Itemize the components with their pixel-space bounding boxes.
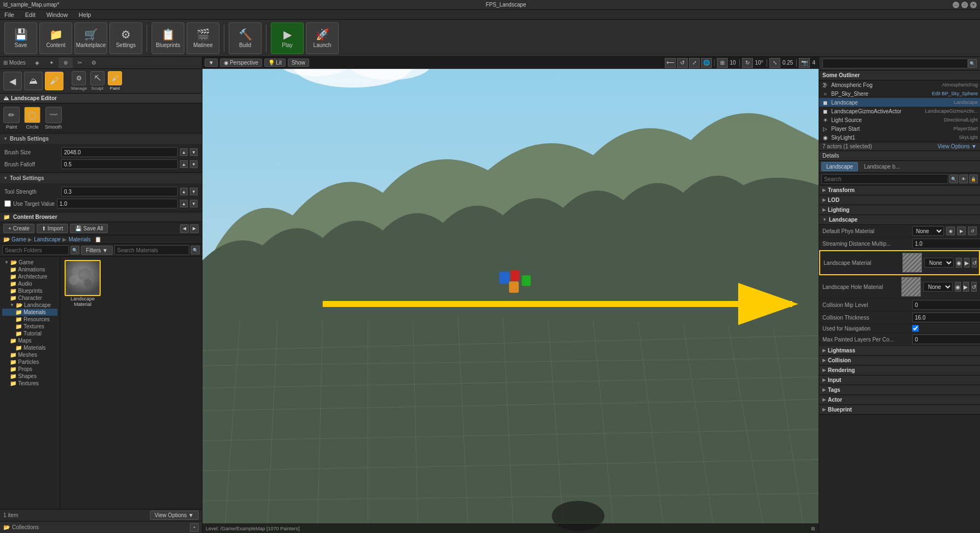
dp-lod-header[interactable]: ▶ LOD bbox=[819, 195, 980, 205]
dp-nav-checkbox[interactable] bbox=[912, 325, 919, 332]
tree-blueprints[interactable]: 📁 Blueprints bbox=[2, 287, 57, 294]
so-row-player-start[interactable]: ▷ Player Start PlayerStart bbox=[819, 124, 980, 133]
dp-default-phys-arrow-btn[interactable]: ▶ bbox=[957, 227, 966, 235]
toolbar-marketplace-btn[interactable]: 🛒 Marketplace bbox=[74, 22, 107, 54]
dp-default-phys-clear-btn[interactable]: ↺ bbox=[968, 227, 977, 235]
close-btn[interactable]: ✕ bbox=[970, 2, 977, 8]
cb-import-btn[interactable]: ⬆ Import bbox=[37, 224, 68, 233]
cb-forward-btn[interactable]: ▶ bbox=[190, 224, 199, 233]
brush-falloff-input[interactable] bbox=[61, 159, 178, 169]
tool-paint-sub[interactable]: 🖌 bbox=[108, 71, 122, 85]
vp-camera-speed-btn[interactable]: 📷 bbox=[799, 58, 810, 68]
brush-size-input[interactable] bbox=[61, 147, 178, 157]
so-row-landscape[interactable]: ◼ Landscape Landscape bbox=[819, 98, 980, 107]
brush-falloff-arrow-down[interactable]: ▼ bbox=[190, 160, 198, 168]
dp-rendering-header[interactable]: ▶ Rendering bbox=[819, 366, 980, 375]
tree-materials2[interactable]: 📁 Materials bbox=[2, 344, 57, 351]
viewport-perspective-btn[interactable]: ◉ Perspective bbox=[220, 59, 262, 67]
dp-landscape-header[interactable]: ▼ Landscape bbox=[819, 215, 980, 225]
tree-audio[interactable]: 📁 Audio bbox=[2, 280, 57, 287]
viewport-show-btn[interactable]: Show bbox=[288, 59, 309, 67]
vp-scale-snap-btn[interactable]: ⤡ bbox=[769, 58, 780, 68]
collections-add-btn[interactable]: + bbox=[190, 523, 199, 532]
target-arrow-up[interactable]: ▲ bbox=[180, 200, 188, 207]
dp-hole-mat-clear-btn[interactable]: ↺ bbox=[971, 282, 977, 292]
cb-saveall-btn[interactable]: 💾 Save All bbox=[70, 224, 108, 233]
cb-back-btn[interactable]: ◀ bbox=[180, 224, 189, 233]
tool-sculpt[interactable]: ⛰ bbox=[24, 72, 43, 90]
cb-search-input[interactable] bbox=[114, 245, 189, 255]
tree-maps[interactable]: 📁 Maps bbox=[2, 337, 57, 344]
maximize-btn[interactable]: □ bbox=[961, 2, 968, 8]
tree-character[interactable]: 📁 Character bbox=[2, 294, 57, 302]
cb-search-folders-input[interactable] bbox=[2, 245, 69, 255]
dp-lightmass-header[interactable]: ▶ Lightmass bbox=[819, 346, 980, 356]
modes-mesh-icon[interactable]: ⚙ bbox=[87, 57, 101, 68]
dp-max-painted-input[interactable] bbox=[912, 334, 980, 344]
tree-materials-selected[interactable]: 📁 Materials bbox=[2, 309, 57, 316]
modes-foliage-icon[interactable]: ✂ bbox=[73, 57, 87, 68]
dp-eye-btn[interactable]: 👁 bbox=[959, 175, 968, 183]
tree-shapes[interactable]: 📁 Shapes bbox=[2, 373, 57, 380]
cb-search-btn[interactable]: 🔍 bbox=[191, 246, 200, 254]
dp-landscape-mat-browse-btn[interactable]: ◉ bbox=[956, 258, 962, 268]
ls-tool-paint[interactable]: ✏ Paint bbox=[3, 107, 20, 130]
tree-textures[interactable]: 📁 Textures bbox=[2, 323, 57, 330]
dp-collision-mip-input[interactable] bbox=[912, 300, 980, 310]
toolbar-play-btn[interactable]: ▶ Play bbox=[271, 22, 304, 54]
so-row-gizmo[interactable]: ◼ LandscapeGizmoActiveActor LandscapeGiz… bbox=[819, 107, 980, 115]
tree-landscape[interactable]: ▼ 📂 Landscape bbox=[2, 302, 57, 309]
dp-landscape-mat-arrow-btn[interactable]: ▶ bbox=[964, 258, 970, 268]
menu-edit[interactable]: Edit bbox=[23, 11, 38, 19]
toolbar-matinee-btn[interactable]: 🎬 Matinee bbox=[187, 22, 219, 54]
menu-file[interactable]: File bbox=[2, 11, 16, 19]
brush-size-arrow-up[interactable]: ▲ bbox=[180, 148, 188, 156]
dp-lock-btn[interactable]: 🔒 bbox=[969, 175, 978, 183]
dp-search-btn[interactable]: 🔍 bbox=[949, 175, 958, 183]
cb-path-game[interactable]: Game bbox=[11, 236, 26, 242]
dp-actor-header[interactable]: ▶ Actor bbox=[819, 395, 980, 405]
vp-translate-btn[interactable]: ⟵ bbox=[665, 58, 676, 68]
tree-textures2[interactable]: 📁 Textures bbox=[2, 380, 57, 387]
cb-search-folders-btn[interactable]: 🔍 bbox=[71, 246, 79, 254]
toolbar-content-btn[interactable]: 📁 Content bbox=[39, 22, 72, 54]
vp-world-btn[interactable]: 🌐 bbox=[701, 58, 712, 68]
target-value-input[interactable] bbox=[57, 199, 178, 208]
rp-search-btn[interactable]: 🔍 bbox=[968, 59, 977, 68]
target-arrow-down[interactable]: ▼ bbox=[190, 200, 198, 207]
dp-collision-thickness-input[interactable] bbox=[912, 312, 980, 322]
tree-particles[interactable]: 📁 Particles bbox=[2, 358, 57, 366]
asset-landscape-material[interactable]: Landscape Material bbox=[63, 260, 102, 307]
modes-paint-icon[interactable]: ✦ bbox=[44, 57, 59, 68]
minimize-btn[interactable]: — bbox=[953, 2, 959, 8]
tree-meshes[interactable]: 📁 Meshes bbox=[2, 351, 57, 358]
dp-default-phys-browse-btn[interactable]: ◉ bbox=[946, 227, 955, 235]
toolbar-build-btn[interactable]: 🔨 Build bbox=[229, 22, 262, 54]
cb-filters-btn[interactable]: Filters ▼ bbox=[81, 246, 113, 255]
tool-strength-arrow-down[interactable]: ▼ bbox=[190, 188, 198, 195]
cb-path-landscape[interactable]: Landscape bbox=[34, 236, 61, 242]
dp-search-input[interactable] bbox=[821, 174, 948, 184]
tool-strength-arrow-up[interactable]: ▲ bbox=[180, 188, 188, 195]
dp-hole-mat-select[interactable]: None bbox=[923, 282, 953, 292]
vp-rot-snap-btn[interactable]: ↻ bbox=[742, 58, 753, 68]
dp-input-header[interactable]: ▶ Input bbox=[819, 375, 980, 385]
dp-hole-mat-browse-btn[interactable]: ◉ bbox=[955, 282, 961, 292]
toolbar-save-btn[interactable]: 💾 Save bbox=[4, 22, 37, 54]
modes-place-icon[interactable]: ◈ bbox=[30, 57, 44, 68]
cb-path-materials[interactable]: Materials bbox=[68, 236, 91, 242]
tree-props[interactable]: 📁 Props bbox=[2, 366, 57, 373]
menu-help[interactable]: Help bbox=[77, 11, 94, 19]
tree-architecture[interactable]: 📁 Architecture bbox=[2, 273, 57, 280]
dp-tab-landscape[interactable]: Landscape bbox=[821, 162, 858, 171]
ls-tool-circle[interactable]: ◯ Circle bbox=[24, 107, 40, 130]
dp-landscape-mat-clear-btn[interactable]: ↺ bbox=[972, 258, 977, 268]
toolbar-launch-btn[interactable]: 🚀 Launch bbox=[306, 22, 339, 54]
so-row-atmospheric-fog[interactable]: 🌫 Atmospheric Fog AtmosphericFog bbox=[819, 80, 980, 89]
brush-falloff-arrow-up[interactable]: ▲ bbox=[180, 160, 188, 168]
viewport-lit-btn[interactable]: 💡 Lit bbox=[264, 59, 286, 67]
tree-game[interactable]: ▼ 📂 Game bbox=[2, 259, 57, 266]
toolbar-settings-btn[interactable]: ⚙ Settings bbox=[109, 22, 142, 54]
tool-sculpt-sub[interactable]: ⛏ bbox=[90, 71, 105, 85]
ls-tool-smooth[interactable]: 〰 Smooth bbox=[45, 107, 62, 130]
